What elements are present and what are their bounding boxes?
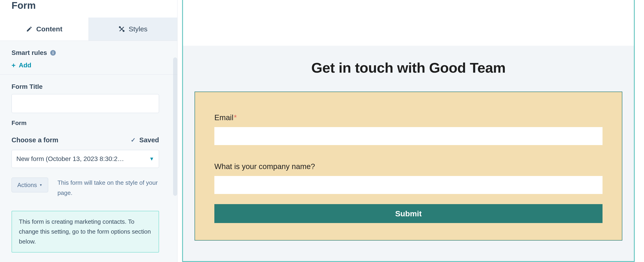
choose-form-label: Choose a form [12, 136, 58, 144]
svg-point-2 [120, 27, 120, 28]
add-label: Add [19, 62, 31, 69]
saved-label: Saved [140, 136, 159, 144]
tab-row: Content Styles [0, 18, 177, 41]
company-field-label: What is your company name? [214, 162, 602, 171]
info-icon[interactable]: i [50, 50, 56, 56]
form-select-value: New form (October 13, 2023 8:30:2… [16, 155, 124, 163]
smart-rules-text: Smart rules [12, 49, 47, 57]
actions-button-label: Actions [17, 181, 37, 189]
actions-button[interactable]: Actions ▼ [12, 178, 48, 192]
form-title-section: Form Title [0, 75, 177, 119]
smart-rules-section: Smart rules i + Add [0, 41, 177, 75]
email-label-text: Email [214, 113, 234, 122]
choose-form-row: Choose a form ✓ Saved [12, 136, 159, 144]
smart-rules-label: Smart rules i [12, 49, 166, 57]
form-editor-sidebar: Form Content Styles Smart rules i [0, 0, 178, 262]
form-title-label: Form Title [12, 83, 166, 90]
check-icon: ✓ [131, 137, 136, 144]
submit-button-preview[interactable]: Submit [214, 204, 602, 223]
email-input-preview[interactable] [214, 127, 602, 145]
plus-icon: + [12, 62, 16, 69]
required-asterisk: * [234, 113, 237, 122]
brush-cross-icon [118, 26, 125, 32]
pencil-icon [26, 26, 32, 32]
tab-styles[interactable]: Styles [88, 18, 177, 41]
saved-indicator: ✓ Saved [131, 136, 159, 144]
add-smart-rule-link[interactable]: + Add [12, 62, 31, 69]
email-field-label: Email* [214, 113, 602, 122]
marketing-contacts-info: This form is creating marketing contacts… [12, 211, 159, 252]
page-preview-area: Get in touch with Good Team Email* What … [178, 0, 644, 262]
style-note-text: This form will take on the style of your… [58, 178, 159, 198]
preview-body: Get in touch with Good Team Email* What … [183, 46, 634, 261]
panel-title: Form [0, 0, 177, 18]
tab-styles-label: Styles [128, 25, 148, 33]
company-input-preview[interactable] [214, 176, 602, 194]
form-section-label: Form [12, 119, 166, 127]
form-section: Form Choose a form ✓ Saved New form (Oct… [0, 119, 177, 258]
tab-content[interactable]: Content [0, 18, 88, 41]
preview-frame: Get in touch with Good Team Email* What … [182, 0, 635, 262]
form-select-dropdown[interactable]: New form (October 13, 2023 8:30:2… ▼ [12, 150, 159, 168]
form-title-input[interactable] [12, 94, 159, 113]
scrollbar-thumb[interactable] [173, 57, 177, 196]
svg-point-3 [123, 31, 124, 32]
preview-heading: Get in touch with Good Team [194, 60, 622, 76]
chevron-down-icon: ▼ [39, 183, 42, 187]
tab-content-label: Content [36, 25, 62, 33]
actions-row: Actions ▼ This form will take on the sty… [12, 178, 159, 198]
preview-header-space [183, 0, 634, 46]
preview-form-container[interactable]: Email* What is your company name? Submit [194, 92, 622, 240]
chevron-down-icon: ▼ [149, 156, 154, 162]
